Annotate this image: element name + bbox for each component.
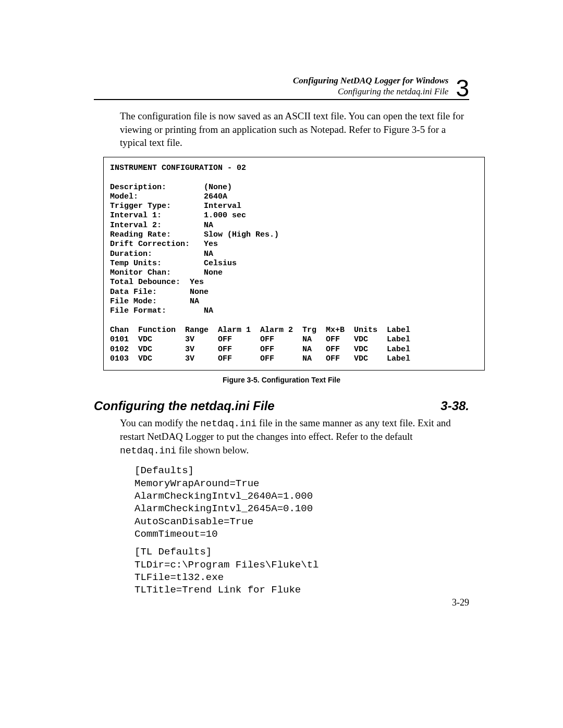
page: Configuring NetDAQ Logger for Windows Co… (0, 0, 563, 728)
section-title: Configuring the netdaq.ini File (94, 399, 275, 413)
figure-caption: Figure 3-5. Configuration Text File (94, 376, 469, 384)
header-text-block: Configuring NetDAQ Logger for Windows Co… (293, 75, 449, 97)
section-number: 3-38. (440, 399, 469, 413)
page-number: 3-29 (452, 597, 469, 608)
page-header: Configuring NetDAQ Logger for Windows Co… (94, 73, 469, 100)
ini-filename-1: netdaq.ini (200, 418, 256, 429)
ini-paragraph: You can modify the netdaq.ini file in th… (120, 416, 469, 457)
ini-para-pre: You can modify the (120, 417, 200, 428)
header-chapter-title: Configuring NetDAQ Logger for Windows (293, 75, 449, 86)
section-heading: Configuring the netdaq.ini File 3-38. (94, 399, 469, 413)
intro-paragraph: The configuration file is now saved as a… (120, 109, 469, 150)
header-chapter-number: 3 (456, 76, 469, 100)
ini-tl-defaults-block: [TL Defaults] TLDir=c:\Program Files\Flu… (134, 546, 469, 596)
header-section-title: Configuring the netdaq.ini File (293, 86, 449, 97)
ini-para-post: file shown below. (176, 445, 249, 455)
ini-defaults-block: [Defaults] MemoryWrapAround=True AlarmCh… (134, 464, 469, 540)
config-text-file-figure: INSTRUMENT CONFIGURATION - 02 Descriptio… (103, 157, 485, 371)
ini-filename-2: netdaq.ini (120, 446, 176, 456)
